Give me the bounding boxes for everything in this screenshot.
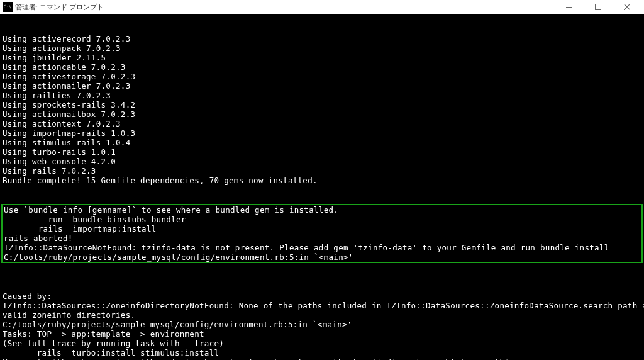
- terminal-line: TZInfo::DataSources::ZoneinfoDirectoryNo…: [3, 301, 641, 310]
- terminal-line: run bundle binstubs bundler: [4, 215, 640, 224]
- cmd-icon: C:\: [3, 2, 13, 12]
- terminal-line: valid zoneinfo directories.: [3, 310, 641, 320]
- svg-rect-0: [566, 7, 572, 8]
- terminal-line: Using actionpack 7.0.2.3: [3, 43, 641, 53]
- terminal-line: Using rails 7.0.2.3: [3, 166, 641, 176]
- terminal-line: rails aborted!: [4, 233, 640, 243]
- terminal-line: You must either be running with node (pa…: [3, 357, 641, 360]
- output-after-highlight: Caused by:TZInfo::DataSources::ZoneinfoD…: [3, 282, 641, 360]
- terminal-line: Using stimulus-rails 1.0.4: [3, 138, 641, 147]
- terminal-line: C:/tools/ruby/projects/sample_mysql/conf…: [4, 252, 640, 262]
- terminal-line: Using turbo-rails 1.0.1: [3, 147, 641, 157]
- terminal-line: Using activestorage 7.0.2.3: [3, 72, 641, 81]
- close-button[interactable]: [613, 0, 641, 14]
- terminal-line: Using railties 7.0.2.3: [3, 91, 641, 100]
- terminal-line: Using actionmailer 7.0.2.3: [3, 81, 641, 91]
- terminal-line: Tasks: TOP => app:template => environmen…: [3, 329, 641, 339]
- terminal-line: TZInfo::DataSourceNotFound: tzinfo-data …: [4, 243, 640, 252]
- titlebar: C:\ 管理者: コマンド プロンプト: [0, 0, 644, 14]
- terminal-line: (See full trace by running task with --t…: [3, 339, 641, 348]
- minimize-button[interactable]: [555, 0, 584, 14]
- terminal-line: Use `bundle info [gemname]` to see where…: [4, 205, 640, 215]
- terminal-line: Using importmap-rails 1.0.3: [3, 128, 641, 138]
- terminal-output[interactable]: Using activerecord 7.0.2.3Using actionpa…: [0, 14, 644, 360]
- svg-rect-1: [596, 4, 601, 10]
- terminal-line: Caused by:: [3, 291, 641, 301]
- terminal-line: Using jbuilder 2.11.5: [3, 53, 641, 62]
- window-controls: [555, 0, 641, 14]
- terminal-line: Using actioncable 7.0.2.3: [3, 62, 641, 72]
- terminal-line: Using sprockets-rails 3.4.2: [3, 100, 641, 110]
- highlighted-error-box: Use `bundle info [gemname]` to see where…: [1, 204, 643, 263]
- terminal-line: C:/tools/ruby/projects/sample_mysql/conf…: [3, 320, 641, 329]
- window-title: 管理者: コマンド プロンプト: [15, 3, 555, 12]
- terminal-line: [3, 282, 641, 291]
- terminal-line: Using activerecord 7.0.2.3: [3, 34, 641, 43]
- terminal-line: Bundle complete! 15 Gemfile dependencies…: [3, 176, 641, 185]
- terminal-line: rails turbo:install stimulus:install: [3, 348, 641, 357]
- terminal-line: Using actiontext 7.0.2.3: [3, 119, 641, 128]
- terminal-line: Using actionmailbox 7.0.2.3: [3, 110, 641, 119]
- maximize-button[interactable]: [584, 0, 613, 14]
- output-before-highlight: Using activerecord 7.0.2.3Using actionpa…: [3, 34, 641, 185]
- terminal-line: Using web-console 4.2.0: [3, 157, 641, 166]
- terminal-line: rails importmap:install: [4, 224, 640, 233]
